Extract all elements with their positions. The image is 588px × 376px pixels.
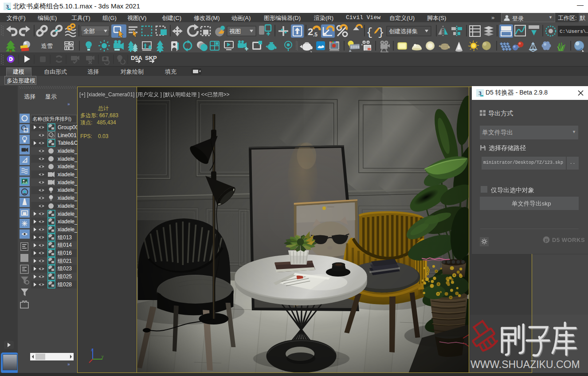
svg-text:xiadele_: xiadele_ xyxy=(58,163,77,170)
svg-text:组023: 组023 xyxy=(57,265,72,272)
svg-text:xiadele_: xiadele_ xyxy=(58,226,77,233)
svg-text:xiadele_: xiadele_ xyxy=(58,195,77,201)
svg-text:Group00: Group00 xyxy=(58,124,77,131)
svg-text:{: { xyxy=(366,27,372,39)
svg-text:xiadele_: xiadele_ xyxy=(58,211,77,217)
svg-text:创建选择集: 创建选择集 xyxy=(389,28,418,35)
svg-text:显示: 显示 xyxy=(45,93,57,100)
svg-text:SKP: SKP xyxy=(145,55,157,61)
svg-text:组014: 组014 xyxy=(57,242,72,248)
svg-text:xiadele_: xiadele_ xyxy=(58,179,77,186)
svg-text:xiadele_: xiadele_ xyxy=(58,171,77,178)
svg-text:名称(按升序排列): 名称(按升序排列) xyxy=(32,116,71,122)
svg-text:xiadele_: xiadele_ xyxy=(58,187,77,193)
svg-text:×: × xyxy=(361,43,363,47)
svg-text:造雪: 造雪 xyxy=(41,43,53,49)
svg-text:xiadele_: xiadele_ xyxy=(58,156,77,162)
svg-text:}: } xyxy=(378,27,384,39)
svg-text:z: z xyxy=(91,348,93,352)
svg-text:xiadele_: xiadele_ xyxy=(58,218,77,225)
svg-text:WWW.SHUAZIKU.COM: WWW.SHUAZIKU.COM xyxy=(470,359,580,370)
svg-text:D5A: D5A xyxy=(131,55,143,61)
svg-text:xiadele_: xiadele_ xyxy=(58,203,77,209)
svg-text:Line001: Line001 xyxy=(58,132,77,139)
svg-text:组013: 组013 xyxy=(57,234,72,241)
svg-text:视图: 视图 xyxy=(229,28,241,35)
svg-text:p: p xyxy=(545,237,548,242)
svg-text:选择: 选择 xyxy=(24,93,35,100)
svg-text:xiadele_: xiadele_ xyxy=(58,148,77,154)
svg-text:组016: 组016 xyxy=(57,250,72,256)
svg-text:y: y xyxy=(102,354,104,359)
svg-text:»: » xyxy=(67,102,70,107)
svg-text:»: » xyxy=(67,362,70,367)
svg-text:组025: 组025 xyxy=(57,273,72,280)
svg-text:Table&C: Table&C xyxy=(58,140,77,146)
svg-text:全部: 全部 xyxy=(83,28,95,35)
svg-text:C:\Users\…: C:\Users\… xyxy=(560,29,588,34)
svg-text:.5: .5 xyxy=(313,32,318,38)
svg-text:组028: 组028 xyxy=(57,281,72,288)
svg-text:2: 2 xyxy=(308,26,313,37)
svg-text:组021: 组021 xyxy=(57,258,72,264)
